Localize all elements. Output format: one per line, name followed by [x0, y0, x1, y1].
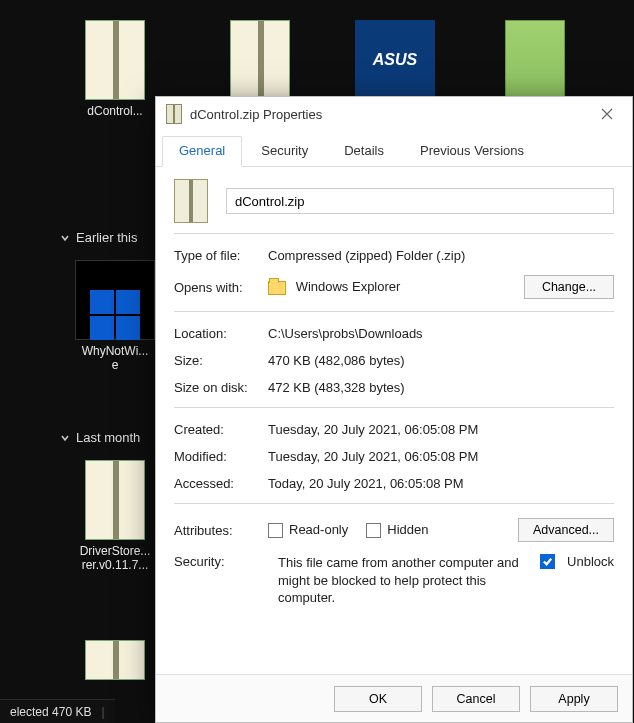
label-attributes: Attributes:	[174, 523, 268, 538]
file-label: WhyNotWi... e	[82, 344, 149, 372]
unblock-checkbox[interactable]	[540, 554, 555, 569]
file-item[interactable]: WhyNotWi... e	[70, 260, 160, 372]
file-item[interactable]	[490, 20, 580, 104]
cancel-button[interactable]: Cancel	[432, 686, 520, 712]
file-type-icon	[174, 179, 208, 223]
tabs: General Security Details Previous Versio…	[156, 131, 632, 167]
label-opens-with: Opens with:	[174, 280, 268, 295]
label-readonly: Read-only	[289, 522, 348, 537]
value-size: 470 KB (482,086 bytes)	[268, 353, 614, 368]
titlebar[interactable]: dControl.zip Properties	[156, 97, 632, 131]
value-modified: Tuesday, 20 July 2021, 06:05:08 PM	[268, 449, 614, 464]
zip-icon	[166, 104, 182, 124]
value-type: Compressed (zipped) Folder (.zip)	[268, 248, 614, 263]
label-modified: Modified:	[174, 449, 268, 464]
label-size: Size:	[174, 353, 268, 368]
tab-details[interactable]: Details	[327, 136, 401, 167]
close-button[interactable]	[592, 99, 622, 129]
value-location: C:\Users\probs\Downloads	[268, 326, 614, 341]
status-bar: elected 470 KB |	[0, 699, 115, 723]
label-type: Type of file:	[174, 248, 268, 263]
group-last-month[interactable]: Last month	[60, 430, 140, 445]
value-created: Tuesday, 20 July 2021, 06:05:08 PM	[268, 422, 614, 437]
status-text: elected 470 KB	[10, 705, 91, 719]
group-earlier[interactable]: Earlier this	[60, 230, 137, 245]
filename-input[interactable]	[226, 188, 614, 214]
label-unblock: Unblock	[567, 554, 614, 569]
zip-icon	[85, 460, 145, 540]
file-item[interactable]	[215, 20, 305, 104]
label-size-on-disk: Size on disk:	[174, 380, 268, 395]
windows-icon	[75, 260, 155, 340]
file-item[interactable]: DriverStore... rer.v0.11.7...	[70, 460, 160, 572]
label-location: Location:	[174, 326, 268, 341]
unblock-wrapper: Unblock	[540, 554, 614, 569]
tab-previous-versions[interactable]: Previous Versions	[403, 136, 541, 167]
file-item[interactable]	[70, 640, 160, 684]
properties-dialog: dControl.zip Properties General Security…	[155, 96, 633, 723]
asus-icon: ASUS	[355, 20, 435, 100]
general-panel: Type of file: Compressed (zipped) Folder…	[156, 167, 632, 607]
book-icon	[505, 20, 565, 100]
security-text: This file came from another computer and…	[278, 554, 530, 607]
change-button[interactable]: Change...	[524, 275, 614, 299]
readonly-checkbox[interactable]	[268, 523, 283, 538]
dialog-footer: OK Cancel Apply	[156, 674, 632, 722]
tab-general[interactable]: General	[162, 136, 242, 167]
advanced-button[interactable]: Advanced...	[518, 518, 614, 542]
label-hidden: Hidden	[387, 522, 428, 537]
window-title: dControl.zip Properties	[190, 107, 322, 122]
tab-security[interactable]: Security	[244, 136, 325, 167]
value-size-on-disk: 472 KB (483,328 bytes)	[268, 380, 614, 395]
file-item[interactable]: dControl...	[70, 20, 160, 118]
folder-icon	[268, 281, 286, 295]
zip-icon	[85, 640, 145, 680]
label-security: Security:	[174, 554, 268, 569]
label-accessed: Accessed:	[174, 476, 268, 491]
file-label: dControl...	[87, 104, 142, 118]
apply-button[interactable]: Apply	[530, 686, 618, 712]
zip-icon	[85, 20, 145, 100]
ok-button[interactable]: OK	[334, 686, 422, 712]
value-accessed: Today, 20 July 2021, 06:05:08 PM	[268, 476, 614, 491]
zip-icon	[230, 20, 290, 100]
file-label: DriverStore... rer.v0.11.7...	[80, 544, 151, 572]
file-item[interactable]: ASUS	[350, 20, 440, 104]
value-opens-with: Windows Explorer	[268, 279, 524, 295]
label-created: Created:	[174, 422, 268, 437]
hidden-checkbox[interactable]	[366, 523, 381, 538]
